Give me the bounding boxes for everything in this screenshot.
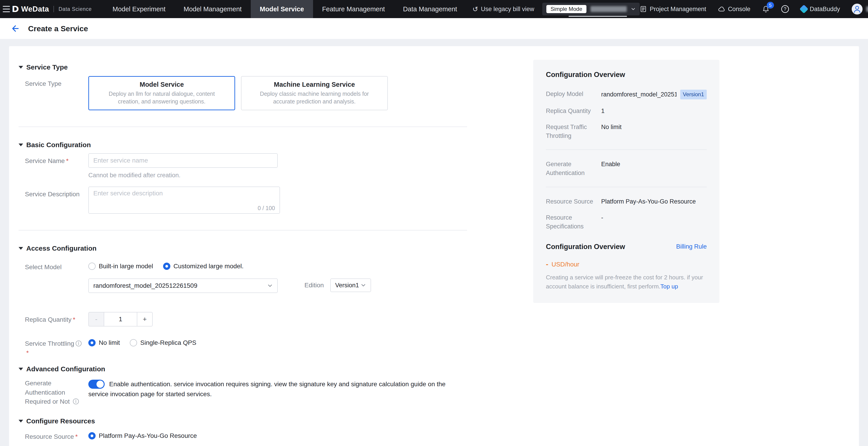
databuddy-icon <box>799 4 808 13</box>
user-menu[interactable] <box>852 4 868 14</box>
notifications-button[interactable]: 5 <box>762 5 770 13</box>
edition-select-value: Version1 <box>335 282 359 289</box>
service-type-cards: Model Service Deploy an llm for natural … <box>88 76 388 110</box>
section-basic-configuration[interactable]: Basic Configuration <box>19 141 467 149</box>
resource-source-radio-group: Platform Pay-As-You-Go Resource <box>88 429 197 440</box>
chevron-down-icon <box>267 283 273 288</box>
history-icon: ↺ <box>472 5 478 13</box>
increment-button[interactable]: + <box>137 312 153 326</box>
create-service-card: Service Type Service Type Model Service … <box>9 46 859 446</box>
section-access-configuration[interactable]: Access Configuration <box>19 245 467 252</box>
card-machine-learning-service[interactable]: Machine Learning Service Deploy classic … <box>241 76 388 110</box>
wedata-logo-icon: D <box>12 4 19 14</box>
nav-data-management[interactable]: Data Management <box>394 0 466 18</box>
logo-subtitle: Data Science <box>58 6 92 12</box>
caret-down-icon <box>19 66 23 69</box>
legacy-bill-view-label: Use legacy bill view <box>481 6 534 13</box>
logo-divider <box>54 6 54 12</box>
edition-select[interactable]: Version1 <box>330 279 371 292</box>
service-name-label: Service Name* <box>19 153 88 166</box>
project-selector[interactable]: Simple Mode <box>542 3 640 15</box>
back-button[interactable] <box>10 24 20 33</box>
project-management-link[interactable]: Project Management <box>640 5 706 13</box>
service-throttling-label: Service Throttling* <box>19 336 88 357</box>
radio-label: Customized large model. <box>174 263 244 270</box>
legacy-bill-view-link[interactable]: ↺ Use legacy bill view <box>472 5 534 13</box>
avatar <box>852 4 863 14</box>
overview-row-generate-authentication: Generate Authentication Enable <box>546 160 707 178</box>
decrement-button[interactable]: - <box>88 312 104 326</box>
radio-circle-icon <box>88 432 96 440</box>
section-title: Service Type <box>26 63 68 71</box>
logo[interactable]: D WeData Data Science <box>12 4 92 14</box>
section-advanced-configuration[interactable]: Advanced Configuration <box>19 365 467 373</box>
nav-model-service[interactable]: Model Service <box>251 0 313 18</box>
pre-freeze-note: Creating a service will pre-freeze the c… <box>546 273 707 291</box>
help-icon[interactable]: ? <box>781 5 789 13</box>
project-management-label: Project Management <box>650 6 706 13</box>
billing-rule-link[interactable]: Billing Rule <box>676 243 707 250</box>
card-title: Machine Learning Service <box>250 81 379 88</box>
top-up-link[interactable]: Top up <box>660 283 678 290</box>
page-content: Service Type Service Type Model Service … <box>0 39 868 446</box>
menu-icon[interactable] <box>3 0 10 18</box>
app: D WeData Data Science Model Experiment M… <box>0 0 868 446</box>
logo-text: WeData <box>21 5 49 13</box>
radio-label: Platform Pay-As-You-Go Resource <box>99 432 197 440</box>
model-select[interactable]: randomforest_model_202512261509 <box>88 279 278 293</box>
databuddy-link[interactable]: DataBuddy <box>801 6 840 13</box>
service-name-help: Cannot be modified after creation. <box>88 172 467 179</box>
price-value: - <box>546 260 548 268</box>
service-description-box: 0 / 100 <box>88 187 280 214</box>
service-name-input[interactable] <box>88 153 278 168</box>
configuration-overview-panel: Configuration Overview Deploy Model rand… <box>533 60 719 303</box>
radio-single-replica-qps[interactable]: Single-Replica QPS <box>130 339 196 346</box>
radio-circle-icon <box>88 263 96 270</box>
overview-row-replica-quantity: Replica Quantity 1 <box>546 107 707 116</box>
radio-platform-pay-as-you-go[interactable]: Platform Pay-As-You-Go Resource <box>88 432 197 440</box>
service-form: Service Type Service Type Model Service … <box>19 60 467 446</box>
nav-model-experiment[interactable]: Model Experiment <box>103 0 175 18</box>
model-select-spacer <box>19 279 88 282</box>
replica-quantity-stepper: - 1 + <box>88 312 153 326</box>
console-label: Console <box>728 6 750 13</box>
radio-label: Built-in large model <box>99 263 153 270</box>
edition-label: Edition <box>304 282 324 289</box>
authentication-description: Enable authentication. service invocatio… <box>88 381 445 397</box>
console-link[interactable]: Console <box>718 5 750 13</box>
card-description: Deploy classic machine learning models f… <box>250 90 379 105</box>
section-divider <box>19 230 467 230</box>
radio-no-limit[interactable]: No limit <box>88 339 120 346</box>
authentication-toggle[interactable] <box>88 380 105 389</box>
radio-built-in-large-model[interactable]: Built-in large model <box>88 263 153 270</box>
page-header: Create a Service <box>0 18 868 39</box>
caret-down-icon <box>19 247 23 250</box>
select-model-label: Select Model <box>19 259 88 272</box>
caret-down-icon <box>19 368 23 371</box>
generate-authentication-label: Generate Authentication Required or Not <box>19 377 88 406</box>
overview-rows: Deploy Model randomforest_model_20251226… <box>546 90 707 231</box>
chevron-down-icon <box>361 283 366 288</box>
overview-row-request-traffic-throttling: Request Traffic Throttling No limit <box>546 123 707 140</box>
toggle-knob <box>96 381 104 388</box>
price-unit: USD/hour <box>552 261 580 268</box>
radio-customized-large-model[interactable]: Customized large model. <box>163 263 244 270</box>
section-service-type[interactable]: Service Type <box>19 63 467 71</box>
info-icon <box>73 398 79 405</box>
replica-quantity-value[interactable]: 1 <box>104 312 137 326</box>
simple-mode-badge: Simple Mode <box>546 5 586 13</box>
service-description-input[interactable] <box>93 190 275 203</box>
redacted-project-name <box>591 6 627 12</box>
nav-feature-management[interactable]: Feature Management <box>313 0 394 18</box>
section-configure-resources[interactable]: Configure Resources <box>19 417 467 425</box>
person-icon <box>852 4 863 14</box>
nav-right-group: Project Management Console 5 ? DataBuddy <box>640 4 868 14</box>
nav-model-management[interactable]: Model Management <box>175 0 251 18</box>
replica-quantity-label: Replica Quantity* <box>19 312 88 324</box>
cost-overview-header: Configuration Overview Billing Rule <box>546 243 707 251</box>
section-divider <box>19 127 467 127</box>
card-model-service[interactable]: Model Service Deploy an llm for natural … <box>88 76 235 110</box>
deploy-model-value: randomforest_model_202512261... <box>601 90 677 99</box>
section-title: Configure Resources <box>26 417 95 425</box>
required-mark: * <box>66 157 69 164</box>
